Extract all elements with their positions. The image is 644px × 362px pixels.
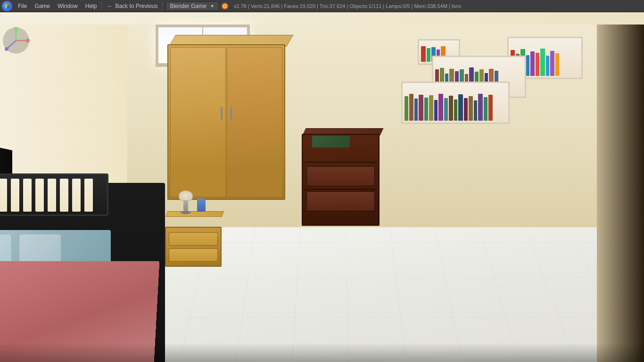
wardrobe-left-door [170,47,226,197]
menu-window[interactable]: Window [54,0,82,12]
dresser-body [302,134,380,226]
book [550,51,554,76]
svg-point-2 [224,5,226,7]
nightstand-drawer-1 [169,232,218,246]
wardrobe-handle-right [230,107,232,120]
blender-logo-inner [5,4,9,8]
cup [197,198,206,212]
shelf-books-3 [405,91,506,121]
dresser-top-item [312,136,350,148]
wardrobe [167,44,285,200]
back-button-label: Back to Previous [115,3,157,9]
book [546,56,549,76]
headboard-slat-8 [60,179,68,212]
book [555,53,559,76]
dresser-shelf-2 [305,189,377,190]
book [444,98,448,121]
menu-game[interactable]: Game [31,0,54,12]
headboard-slat-6 [35,179,44,212]
headboard-slat-4 [11,179,19,212]
book [458,94,463,121]
book [536,53,539,76]
blender-logo [2,1,12,11]
menu-file[interactable]: File [14,0,31,12]
headboard-slat-10 [84,179,93,212]
book [424,98,428,121]
lamp-shade [179,190,193,201]
3d-viewport[interactable] [0,12,644,362]
book [421,46,426,62]
dresser-bottom-shelf [306,191,375,211]
dresser-shelf-1 [305,162,377,163]
menu-separator-1 [101,2,102,10]
back-arrow-icon: ← [107,2,113,10]
book [474,100,477,121]
engine-selector-arrow: ▼ [210,4,215,8]
menu-help[interactable]: Help [82,0,101,12]
engine-selector[interactable]: Blender Game ▼ [165,1,218,11]
book [488,95,493,121]
book [419,95,423,121]
bed-headboard [0,173,108,216]
book [414,99,418,121]
lamp-base-foot [181,211,191,214]
book [449,96,453,121]
book [530,51,535,76]
wall-bookshelf [404,37,583,140]
dresser-middle-shelf [306,166,375,186]
book [438,94,443,121]
pillow-1 [0,234,12,264]
nightstand-body [165,227,222,267]
book [540,49,545,76]
wardrobe-right-door [227,47,282,197]
bottom-shadow [0,343,644,362]
book [478,94,483,121]
wardrobe-handle-left [221,107,223,120]
headboard-slat-5 [23,179,32,212]
scene-canvas [0,12,644,362]
book [526,55,529,76]
nightstand [165,215,222,267]
headboard-slat-9 [72,179,81,212]
headboard-slat-3 [0,179,7,212]
book [469,96,473,121]
svg-point-7 [14,27,18,31]
book [454,99,457,121]
book [464,98,468,121]
wardrobe-body [167,44,285,200]
lamp [177,190,195,214]
book [405,96,408,121]
svg-point-5 [26,39,30,42]
menu-bar: File Game Window Help ← Back to Previous… [0,0,644,12]
bed [0,155,165,362]
book [434,100,438,121]
viewport-orientation-widget[interactable] [2,26,30,55]
book [429,95,433,121]
nightstand-drawer-2 [169,248,218,262]
headboard-slat-7 [48,179,56,212]
nightstand-top-face [165,211,224,217]
back-to-previous-button[interactable]: ← Back to Previous [103,0,161,12]
dresser [302,134,380,226]
book [409,94,413,121]
pillow-2 [19,234,61,264]
menu-separator-2 [162,2,163,10]
svg-point-9 [5,47,8,51]
book [484,97,487,121]
engine-selector-label: Blender Game [170,3,206,9]
shelf-box-bottom [401,82,510,124]
stats-bar: v2.78 | Verts:21,846 | Faces:19,020 | Tr… [234,3,461,9]
blender-version-icon [221,2,229,10]
right-wall-panel [597,25,644,362]
book [427,48,430,62]
